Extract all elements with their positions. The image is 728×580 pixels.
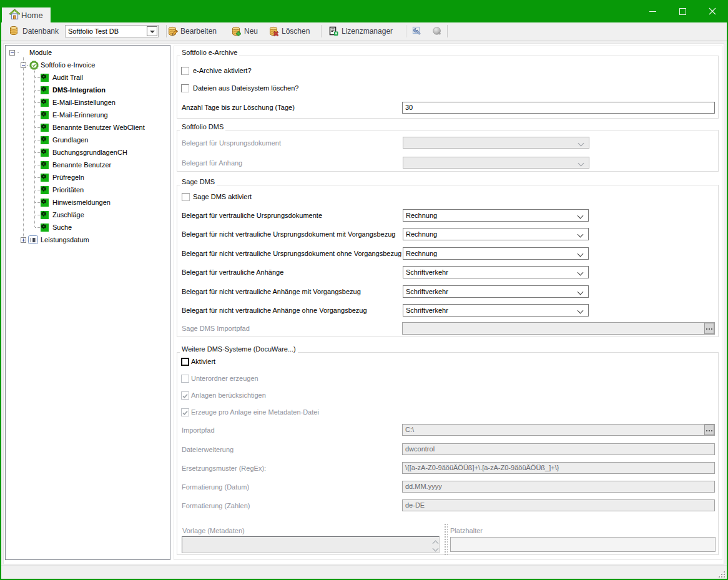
label-anzahl-tage: Anzahl Tage bis zur Löschung (Tage) <box>182 103 295 112</box>
tree-node-softfolio-e-invoice[interactable]: Softfolio e-Invoice <box>41 59 95 71</box>
tree-line <box>35 152 40 153</box>
checkbox-aktiviert[interactable] <box>181 358 189 366</box>
tree-node-grundlagen[interactable]: Grundlagen <box>52 134 89 146</box>
browse-button-importpfad[interactable] <box>704 425 714 435</box>
tree-expander-module[interactable] <box>9 50 15 56</box>
toolbar-button-neu[interactable]: Neu <box>231 24 258 39</box>
chevron-down-icon <box>578 232 584 238</box>
combo-belegart[interactable]: Rechnung <box>403 209 589 222</box>
database-delete-icon <box>268 26 279 37</box>
browse-button-sage-dms-importpfad[interactable] <box>704 323 714 334</box>
module-item-icon <box>41 173 49 181</box>
tree-node-leistungsdatum[interactable]: Leistungsdatum <box>41 233 89 246</box>
combo-value: Rechnung <box>406 250 437 257</box>
tree-line <box>35 227 40 228</box>
tree-node-e-mail-erinnerung[interactable]: E-Mail-Erinnerung <box>52 109 108 121</box>
database-select-arrow-button[interactable] <box>147 26 157 36</box>
tree-node-benannte-benutzer[interactable]: Benannte Benutzer <box>52 159 111 171</box>
combo-belegart-anhang[interactable] <box>403 157 589 169</box>
input-importpfad[interactable]: C:\ <box>402 424 715 436</box>
combo-belegart[interactable]: Schriftverkehr <box>403 285 589 298</box>
module-item-icon <box>41 148 49 156</box>
field-value: \{[a-zA-Z0-9äöüÄÖÜß]+\.[a-zA-Z0-9äöüÄÖÜß… <box>405 464 559 471</box>
toolbar-separator <box>447 25 448 37</box>
tree-node-hinweismeldungen[interactable]: Hinweismeldungen <box>52 196 111 209</box>
resize-grip[interactable] <box>717 570 725 578</box>
home-tab-label: Home <box>21 11 43 20</box>
maximize-button[interactable] <box>668 0 697 22</box>
tree-node-audit-trail[interactable]: Audit Trail <box>52 71 83 84</box>
combo-belegart[interactable]: Rechnung <box>403 228 589 240</box>
grip-dot <box>721 576 722 578</box>
tree-line <box>34 71 35 227</box>
tree-line <box>35 115 40 116</box>
tree-node-buchungsgrundlagench[interactable]: BuchungsgrundlagenCH <box>52 146 127 159</box>
tree-line <box>35 177 40 178</box>
database-select[interactable]: Softfolio Test DB <box>65 25 159 37</box>
combo-belegart-ursprungsdokument[interactable] <box>403 137 589 149</box>
splitter-handle[interactable] <box>444 523 448 555</box>
toolbar-button-label: Neu <box>244 27 258 36</box>
field-value: 30 <box>405 104 413 111</box>
plus-icon <box>23 238 24 242</box>
input-dateierweiterung[interactable]: dwcontrol <box>402 443 715 455</box>
chevron-down-icon <box>578 160 584 167</box>
label-belegart: Belegart für nicht vertrauliche Ursprung… <box>182 230 395 238</box>
checkbox-label: Erzeuge pro Anlage eine Metadaten-Datei <box>191 408 319 416</box>
tree-line <box>35 202 40 203</box>
checkbox-label: Unterordner erzeugen <box>191 374 258 383</box>
input-anzahl-tage[interactable]: 30 <box>402 102 715 114</box>
combo-belegart[interactable]: Schriftverkehr <box>403 266 589 278</box>
checkbox-unterordner-erzeugen[interactable] <box>181 375 189 383</box>
combo-value: Rechnung <box>406 212 437 219</box>
module-item-icon <box>41 98 49 106</box>
toolbar-button-loeschen[interactable]: Löschen <box>268 24 310 39</box>
chevron-down-icon <box>578 289 584 295</box>
toolbar-separator <box>406 25 406 37</box>
maximize-icon <box>679 8 686 15</box>
toolbar-button-lizenzmanager[interactable]: Lizenzmanager <box>328 24 393 39</box>
chevron-down-icon <box>578 251 584 257</box>
tree-node-pr-fregeln[interactable]: Prüfregeln <box>52 171 84 184</box>
label-ersetzungsmuster-regex-: Ersetzungsmuster (RegEx): <box>182 464 266 473</box>
groupbox-title: Softfolio DMS <box>180 123 225 131</box>
chevron-down-icon <box>578 140 584 147</box>
close-button[interactable] <box>698 0 727 22</box>
module-item-icon <box>41 111 49 119</box>
minimize-button[interactable] <box>638 0 667 22</box>
label-sage-dms-importpfad: Sage DMS Importpfad <box>182 324 250 333</box>
module-item-icon <box>41 73 49 81</box>
label-belegart: Belegart für vertrauliche Ursprungsdokum… <box>182 211 322 220</box>
tree-node-benannte-benutzer-webclient[interactable]: Benannte Benutzer WebClient <box>52 121 145 134</box>
checkbox-label: Anlagen berücksichtigen <box>191 391 266 400</box>
tab-home[interactable]: Home <box>2 7 51 22</box>
checkbox-dateien-loeschen[interactable] <box>181 84 189 92</box>
leistungsdatum-icon <box>28 235 38 244</box>
combo-belegart[interactable]: Schriftverkehr <box>403 304 589 317</box>
toolbar-button-bearbeiten[interactable]: Bearbeiten <box>167 24 217 39</box>
checkbox-erzeuge-pro-anlage-eine-metadaten-datei[interactable] <box>181 408 189 416</box>
tree-node-zuschl-ge[interactable]: Zuschläge <box>52 209 84 221</box>
input-vorlage-metadaten[interactable] <box>182 536 440 553</box>
tree-node-priorit-ten[interactable]: Prioritäten <box>52 184 84 196</box>
input-formatierung-datum-[interactable]: dd.MM.yyyy <box>402 481 715 493</box>
input-ersetzungsmuster-regex-[interactable]: \{[a-zA-Z0-9äöüÄÖÜß]+\.[a-zA-Z0-9äöüÄÖÜß… <box>402 462 715 474</box>
tree-expander-leistungsdatum[interactable] <box>21 237 26 243</box>
tree-expander-softfolio-e-invoice[interactable] <box>21 62 26 68</box>
toolbar-button-konfiguration[interactable] <box>411 24 423 39</box>
tree-node-dms-integration[interactable]: DMS-Integration <box>52 84 106 96</box>
input-formatierung-zahlen-[interactable]: de-DE <box>402 499 715 511</box>
checkbox-e-archive-aktiviert[interactable] <box>181 67 189 75</box>
checkbox-anlagen-ber-cksichtigen[interactable] <box>181 391 189 400</box>
checkbox-sage-dms-aktiviert[interactable] <box>182 193 190 201</box>
input-platzhalter[interactable] <box>450 537 716 552</box>
tree-line <box>35 127 40 128</box>
toolbar-button-welt[interactable] <box>431 24 443 39</box>
tree-node-suche[interactable]: Suche <box>52 221 72 233</box>
combo-value: Rechnung <box>406 230 437 238</box>
input-sage-dms-importpfad[interactable] <box>402 322 715 335</box>
combo-belegart[interactable]: Rechnung <box>403 247 589 260</box>
tree-node-e-mail-einstellungen[interactable]: E-Mail-Einstellungen <box>52 96 116 109</box>
tree-node-module[interactable]: Module <box>29 46 52 59</box>
groupbox-title: Sage DMS <box>180 178 217 186</box>
